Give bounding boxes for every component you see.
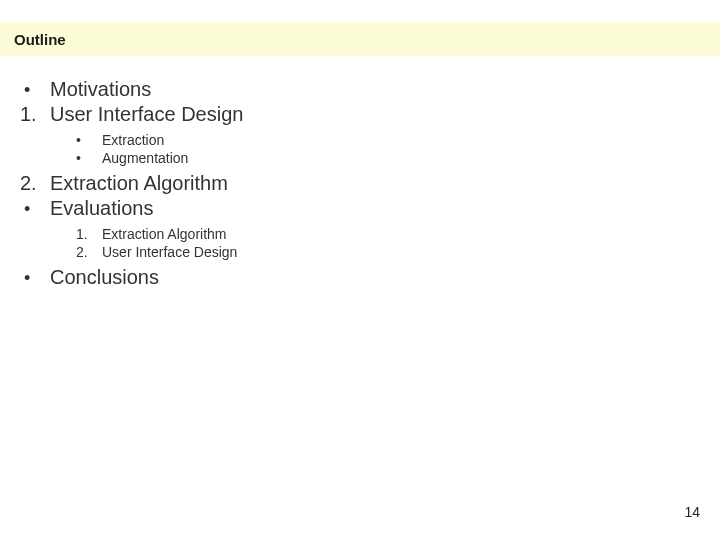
outline-item-user-interface-design: 1. User Interface Design xyxy=(14,103,694,126)
slide: Outline • Motivations 1. User Interface … xyxy=(0,0,720,540)
bullet-icon: • xyxy=(14,80,50,101)
list-number: 2. xyxy=(14,172,50,195)
outline-subitem-extraction: • Extraction xyxy=(72,132,694,148)
outline-content: • Motivations 1. User Interface Design •… xyxy=(14,78,694,291)
outline-sublist-uid: • Extraction • Augmentation xyxy=(72,132,694,166)
outline-label: Augmentation xyxy=(102,150,188,166)
outline-subitem-augmentation: • Augmentation xyxy=(72,150,694,166)
outline-label: Extraction Algorithm xyxy=(50,172,228,195)
outline-label: User Interface Design xyxy=(50,103,243,126)
outline-label: Conclusions xyxy=(50,266,159,289)
outline-label: Extraction xyxy=(102,132,164,148)
outline-sublist-evaluations: 1. Extraction Algorithm 2. User Interfac… xyxy=(72,226,694,260)
outline-label: Motivations xyxy=(50,78,151,101)
outline-label: Extraction Algorithm xyxy=(102,226,227,242)
outline-item-extraction-algorithm: 2. Extraction Algorithm xyxy=(14,172,694,195)
title-band: Outline xyxy=(0,22,720,56)
list-number: 1. xyxy=(14,103,50,126)
bullet-icon: • xyxy=(14,199,50,220)
outline-subitem-eval-uid: 2. User Interface Design xyxy=(72,244,694,260)
outline-subitem-eval-extraction: 1. Extraction Algorithm xyxy=(72,226,694,242)
outline-label: Evaluations xyxy=(50,197,153,220)
page-number: 14 xyxy=(684,504,700,520)
outline-item-motivations: • Motivations xyxy=(14,78,694,101)
slide-title: Outline xyxy=(14,31,66,48)
bullet-icon: • xyxy=(72,132,102,148)
outline-item-evaluations: • Evaluations xyxy=(14,197,694,220)
bullet-icon: • xyxy=(72,150,102,166)
list-number: 1. xyxy=(72,226,102,242)
bullet-icon: • xyxy=(14,268,50,289)
outline-label: User Interface Design xyxy=(102,244,237,260)
list-number: 2. xyxy=(72,244,102,260)
outline-item-conclusions: • Conclusions xyxy=(14,266,694,289)
